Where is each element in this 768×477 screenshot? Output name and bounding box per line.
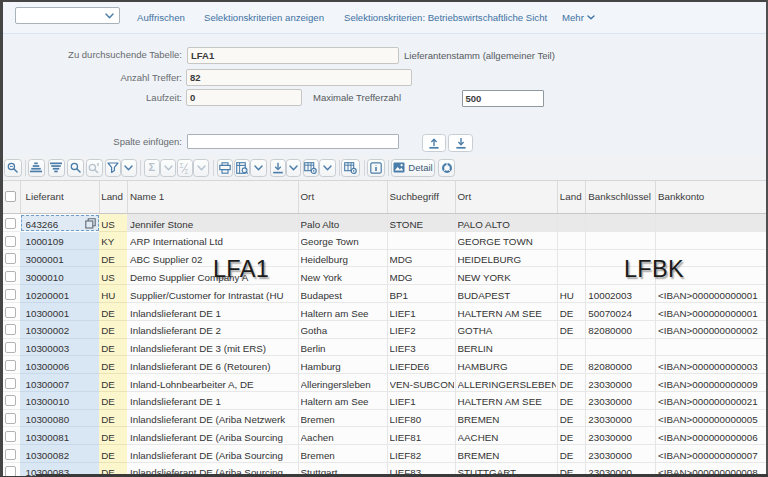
svg-text:Σ: Σ (185, 167, 189, 174)
svg-text:Σ: Σ (180, 162, 184, 169)
